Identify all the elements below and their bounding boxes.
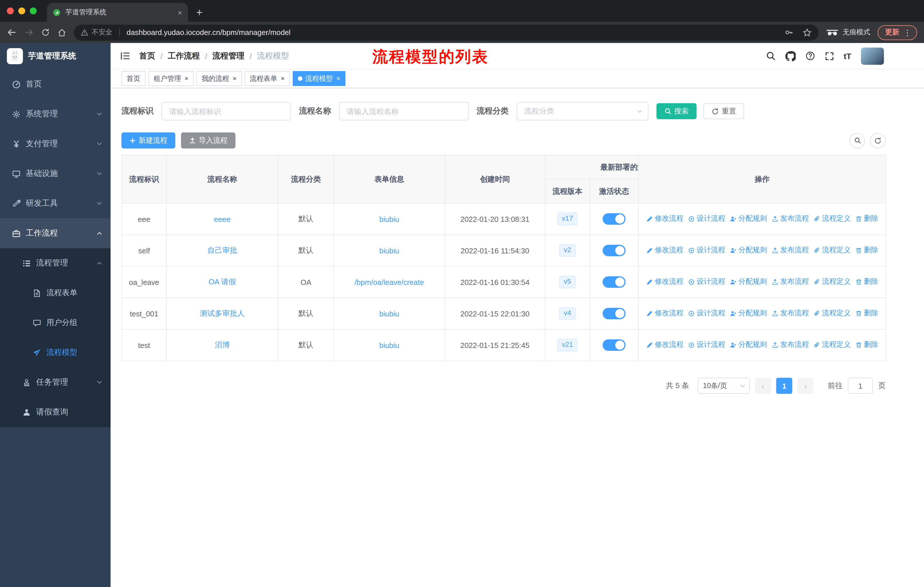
action-design[interactable]: 设计流程 [688, 214, 725, 224]
action-design[interactable]: 设计流程 [688, 277, 725, 287]
key-icon[interactable] [785, 28, 794, 37]
action-modify[interactable]: 修改流程 [646, 309, 683, 318]
tag-close-icon[interactable]: × [233, 74, 237, 83]
breadcrumb-item[interactable]: 工作流程 [168, 51, 200, 61]
action-delete[interactable]: 删除 [855, 246, 878, 255]
active-toggle[interactable] [602, 276, 625, 288]
action-publish[interactable]: 发布流程 [772, 214, 809, 224]
update-button[interactable]: 更新 ⋮ [878, 25, 917, 40]
user-avatar[interactable] [861, 47, 884, 64]
current-page[interactable]: 1 [776, 378, 792, 394]
tag-close-icon[interactable]: × [281, 74, 285, 83]
create-process-button[interactable]: 新建流程 [121, 132, 175, 149]
process-key-input[interactable] [162, 102, 291, 121]
process-name-link[interactable]: OA 请假 [208, 278, 236, 286]
refresh-table-button[interactable] [870, 133, 886, 148]
home-icon[interactable] [57, 28, 66, 37]
sidebar-item-process-model[interactable]: 流程模型 [0, 337, 111, 367]
action-design[interactable]: 设计流程 [688, 309, 725, 318]
tab-close-icon[interactable]: × [178, 8, 182, 17]
page-size-select[interactable]: 10条/页 [698, 378, 750, 394]
search-button[interactable]: 搜索 [657, 103, 696, 119]
form-link[interactable]: biubiu [379, 309, 399, 318]
action-delete[interactable]: 删除 [855, 309, 878, 318]
zoom-window-button[interactable] [30, 7, 37, 14]
github-icon[interactable] [785, 51, 796, 61]
form-link[interactable]: biubiu [379, 246, 399, 255]
sidebar-item-workflow[interactable]: 工作流程 [0, 218, 111, 248]
help-icon[interactable] [805, 51, 815, 61]
close-window-button[interactable] [7, 7, 14, 14]
breadcrumb-item[interactable]: 首页 [139, 51, 155, 61]
process-name-link[interactable]: 滔博 [215, 341, 230, 349]
tag-item[interactable]: 租户管理× [148, 71, 194, 86]
address-bar[interactable]: 不安全 dashboard.yudao.iocoder.cn/bpm/manag… [74, 24, 818, 40]
action-publish[interactable]: 发布流程 [772, 277, 809, 287]
sidebar-item-payment[interactable]: 支付管理 [0, 129, 111, 159]
process-name-link[interactable]: eeee [214, 215, 231, 223]
process-name-input[interactable] [339, 102, 469, 121]
action-definition[interactable]: 流程定义 [813, 309, 851, 318]
hamburger-icon[interactable] [120, 50, 130, 61]
breadcrumb-item[interactable]: 流程管理 [213, 51, 244, 61]
form-link[interactable]: biubiu [379, 215, 399, 223]
action-definition[interactable]: 流程定义 [813, 246, 851, 255]
back-icon[interactable] [7, 28, 16, 37]
action-assign[interactable]: 分配规则 [730, 309, 767, 318]
active-toggle[interactable] [602, 245, 625, 256]
toggle-search-button[interactable] [850, 133, 865, 148]
active-toggle[interactable] [602, 213, 625, 225]
sidebar-item-leave-query[interactable]: 请假查询 [0, 397, 111, 427]
action-definition[interactable]: 流程定义 [813, 277, 851, 287]
active-toggle[interactable] [602, 308, 625, 319]
new-tab-button[interactable]: + [191, 5, 207, 21]
action-modify[interactable]: 修改流程 [646, 277, 683, 287]
bookmark-star-icon[interactable] [803, 28, 812, 37]
action-delete[interactable]: 删除 [855, 277, 878, 287]
sidebar-item-devtools[interactable]: 研发工具 [0, 189, 111, 218]
action-design[interactable]: 设计流程 [688, 340, 725, 350]
forward-icon[interactable] [24, 28, 34, 37]
form-link[interactable]: biubiu [379, 341, 399, 349]
sidebar-item-process-management[interactable]: 流程管理 [0, 248, 111, 278]
action-definition[interactable]: 流程定义 [813, 340, 851, 350]
action-definition[interactable]: 流程定义 [813, 214, 851, 224]
action-assign[interactable]: 分配规则 [730, 277, 767, 287]
sidebar-item-task-management[interactable]: 任务管理 [0, 367, 111, 397]
sidebar-item-home[interactable]: 首页 [0, 69, 111, 99]
action-modify[interactable]: 修改流程 [646, 340, 683, 350]
tag-close-icon[interactable]: × [336, 74, 340, 83]
tag-item[interactable]: 我的流程× [196, 71, 242, 86]
minimize-window-button[interactable] [18, 7, 25, 14]
tag-item[interactable]: 流程模型× [293, 71, 345, 86]
tag-close-icon[interactable]: × [185, 74, 188, 83]
font-size-icon[interactable]: tT [844, 51, 851, 61]
process-name-link[interactable]: 自己审批 [207, 246, 237, 255]
security-label[interactable]: 不安全 [92, 28, 112, 37]
fullscreen-icon[interactable] [825, 51, 834, 61]
sidebar-item-infrastructure[interactable]: 基础设施 [0, 159, 111, 189]
import-process-button[interactable]: 导入流程 [181, 132, 236, 149]
action-publish[interactable]: 发布流程 [772, 340, 809, 350]
reload-icon[interactable] [41, 28, 50, 37]
action-publish[interactable]: 发布流程 [772, 309, 809, 318]
browser-tab[interactable]: 芋道管理系统 × [47, 3, 188, 22]
category-select[interactable]: 流程分类 [517, 102, 648, 121]
search-icon[interactable] [766, 51, 776, 61]
action-publish[interactable]: 发布流程 [772, 246, 809, 255]
active-toggle[interactable] [602, 339, 625, 351]
action-modify[interactable]: 修改流程 [646, 246, 683, 255]
sidebar-item-system[interactable]: 系统管理 [0, 99, 111, 129]
sidebar-item-process-form[interactable]: 流程表单 [0, 278, 111, 308]
action-delete[interactable]: 删除 [855, 214, 878, 224]
menu-dots-icon[interactable]: ⋮ [903, 28, 911, 37]
next-page-button[interactable]: › [797, 378, 813, 394]
reset-button[interactable]: 重置 [703, 103, 744, 119]
prev-page-button[interactable]: ‹ [755, 378, 771, 394]
form-link[interactable]: /bpm/oa/leave/create [355, 278, 424, 286]
action-assign[interactable]: 分配规则 [730, 340, 767, 350]
process-name-link[interactable]: 测试多审批人 [200, 309, 244, 317]
sidebar-item-user-group[interactable]: 用户分组 [0, 308, 111, 337]
action-delete[interactable]: 删除 [855, 340, 878, 350]
tag-item[interactable]: 首页 [121, 71, 145, 86]
